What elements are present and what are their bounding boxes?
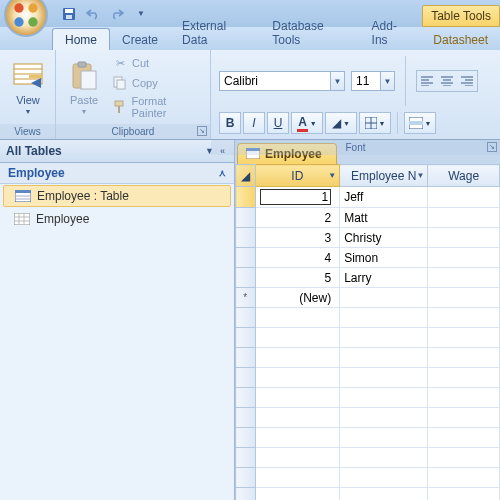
qat-customize-icon[interactable]: ▼ xyxy=(130,4,152,24)
font-size-combo[interactable]: ▼ xyxy=(351,71,395,91)
format-painter-icon xyxy=(112,99,128,115)
alt-row-color-button[interactable]: ▼ xyxy=(404,112,436,134)
table-row[interactable]: 2Matt xyxy=(236,208,500,228)
font-color-button[interactable]: A▼ xyxy=(291,112,323,134)
painter-label: Format Painter xyxy=(132,95,203,119)
align-right-button[interactable] xyxy=(457,71,477,91)
tab-external-data[interactable]: External Data xyxy=(170,15,260,50)
table-row[interactable]: 5Larry xyxy=(236,268,500,288)
empty-row xyxy=(236,428,500,448)
empty-row xyxy=(236,388,500,408)
column-header-id[interactable]: ID▼ xyxy=(255,165,340,187)
cell-name[interactable]: Larry xyxy=(340,268,428,288)
format-painter-button[interactable]: Format Painter xyxy=(110,94,204,120)
cell-wage[interactable] xyxy=(428,228,500,248)
separator xyxy=(405,56,406,106)
table-row[interactable]: Jeff xyxy=(236,187,500,208)
datasheet-icon xyxy=(14,212,30,226)
row-header[interactable] xyxy=(236,248,256,268)
svg-rect-18 xyxy=(118,106,120,113)
row-header[interactable] xyxy=(236,228,256,248)
undo-icon[interactable] xyxy=(82,4,104,24)
font-name-input[interactable] xyxy=(220,72,330,90)
cell-id[interactable]: 2 xyxy=(255,208,340,228)
cell-wage[interactable] xyxy=(428,268,500,288)
cell-id[interactable]: 3 xyxy=(255,228,340,248)
font-name-combo[interactable]: ▼ xyxy=(219,71,345,91)
data-grid[interactable]: ◢ ID▼ Employee N▼ Wage Jeff2Matt3Christy… xyxy=(235,164,500,500)
tab-database-tools[interactable]: Database Tools xyxy=(260,15,359,50)
cell-wage[interactable] xyxy=(428,248,500,268)
new-row[interactable]: (New) xyxy=(236,288,500,308)
font-size-input[interactable] xyxy=(352,72,380,90)
fill-color-button[interactable]: ◢▼ xyxy=(325,112,357,134)
clipboard-small-buttons: ✂Cut Copy Format Painter xyxy=(110,54,204,120)
select-all-cell[interactable]: ◢ xyxy=(236,165,256,187)
svg-rect-17 xyxy=(115,101,123,106)
paste-button[interactable]: Paste ▼ xyxy=(62,58,106,117)
align-left-button[interactable] xyxy=(417,71,437,91)
cell-name[interactable]: Jeff xyxy=(340,187,428,208)
gridlines-button[interactable]: ▼ xyxy=(359,112,391,134)
bold-button[interactable]: B xyxy=(219,112,241,134)
cut-button[interactable]: ✂Cut xyxy=(110,54,204,72)
cell-name[interactable]: Christy xyxy=(340,228,428,248)
underline-button[interactable]: U xyxy=(267,112,289,134)
nav-item-employee-open[interactable]: Employee xyxy=(0,208,234,230)
id-input[interactable] xyxy=(260,189,332,205)
chevron-down-icon[interactable]: ▼ xyxy=(330,72,344,90)
table-row[interactable]: 4Simon xyxy=(236,248,500,268)
cell-wage[interactable] xyxy=(428,288,500,308)
cell-id[interactable] xyxy=(255,187,340,208)
empty-row xyxy=(236,408,500,428)
column-header-wage[interactable]: Wage xyxy=(428,165,500,187)
empty-row xyxy=(236,308,500,328)
empty-row xyxy=(236,488,500,501)
ribbon-tabs: Home Create External Data Database Tools… xyxy=(0,27,500,50)
cell-wage[interactable] xyxy=(428,208,500,228)
tab-datasheet[interactable]: Datasheet xyxy=(421,29,500,50)
cell-id[interactable]: 4 xyxy=(255,248,340,268)
redo-icon[interactable] xyxy=(106,4,128,24)
paste-label: Paste xyxy=(70,94,98,106)
cell-name[interactable]: Matt xyxy=(340,208,428,228)
chevron-down-icon[interactable]: ▼ xyxy=(416,171,424,180)
row-header[interactable] xyxy=(236,208,256,228)
table-row[interactable]: 3Christy xyxy=(236,228,500,248)
svg-rect-11 xyxy=(29,75,42,78)
nav-item-employee-table[interactable]: Employee : Table xyxy=(3,185,231,207)
svg-point-0 xyxy=(14,3,23,12)
nav-group-employee[interactable]: Employee ⋏ xyxy=(0,163,234,184)
row-header[interactable] xyxy=(236,268,256,288)
group-font: ▼ ▼ B I U A▼ ◢▼ ▼ ▼ Font↘ xyxy=(211,50,500,139)
cell-wage[interactable] xyxy=(428,187,500,208)
copy-button[interactable]: Copy xyxy=(110,74,204,92)
cell-id[interactable]: (New) xyxy=(255,288,340,308)
grid-icon xyxy=(365,117,377,129)
dialog-launcher-icon[interactable]: ↘ xyxy=(197,126,207,136)
row-header[interactable] xyxy=(236,187,256,208)
tab-add-ins[interactable]: Add-Ins xyxy=(360,15,422,50)
clipboard-group-label: Clipboard↘ xyxy=(56,124,210,139)
chevron-down-icon[interactable]: ▼ xyxy=(380,72,394,90)
cell-id[interactable]: 5 xyxy=(255,268,340,288)
tab-create[interactable]: Create xyxy=(110,29,170,50)
tab-home[interactable]: Home xyxy=(52,28,110,50)
view-button[interactable]: View ▼ xyxy=(6,58,50,117)
chevron-down-icon[interactable]: ▼ xyxy=(328,171,336,180)
empty-row xyxy=(236,348,500,368)
svg-rect-37 xyxy=(15,190,31,193)
svg-rect-5 xyxy=(65,9,73,13)
cell-name[interactable] xyxy=(340,288,428,308)
cut-icon: ✂ xyxy=(112,55,128,71)
dialog-launcher-icon[interactable]: ↘ xyxy=(487,142,497,152)
table-icon xyxy=(15,189,31,203)
save-icon[interactable] xyxy=(58,4,80,24)
italic-button[interactable]: I xyxy=(243,112,265,134)
row-header[interactable] xyxy=(236,288,256,308)
align-center-button[interactable] xyxy=(437,71,457,91)
cut-label: Cut xyxy=(132,57,149,69)
column-header-name[interactable]: Employee N▼ xyxy=(340,165,428,187)
nav-header[interactable]: All Tables ▼ « xyxy=(0,140,234,163)
cell-name[interactable]: Simon xyxy=(340,248,428,268)
